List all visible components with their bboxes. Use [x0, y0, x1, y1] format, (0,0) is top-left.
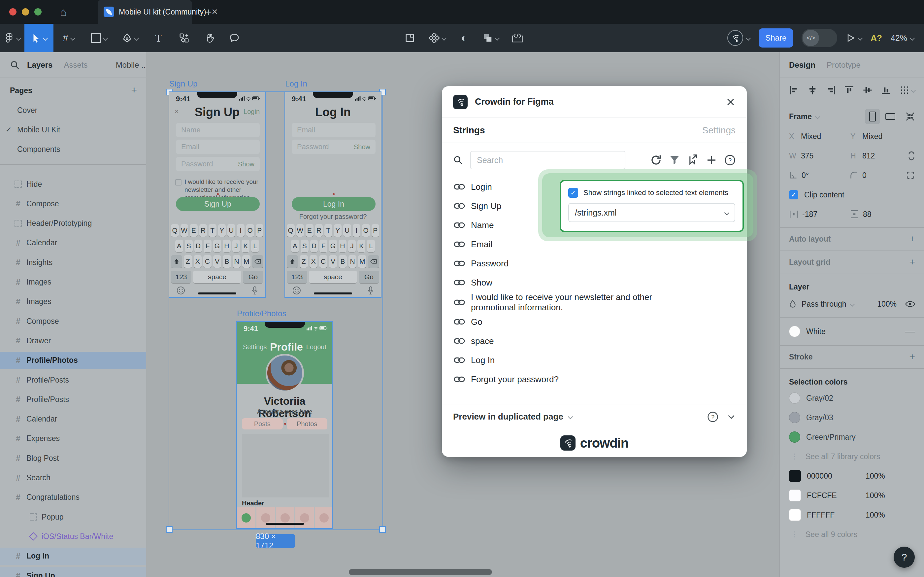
add-stroke-button[interactable]: + [909, 351, 915, 363]
boolean-groups-button[interactable] [478, 24, 504, 52]
align-top-button[interactable] [844, 85, 854, 95]
layer-row-blog-post[interactable]: # Blog Post [0, 450, 146, 467]
visibility-icon[interactable] [905, 300, 915, 308]
opacity-value[interactable]: 100% [877, 300, 897, 309]
dialog-close-button[interactable] [726, 97, 736, 107]
search-icon[interactable] [10, 60, 20, 70]
height-value[interactable]: 812 [862, 152, 875, 160]
resources-tool-button[interactable] [171, 24, 197, 52]
layer-row-ios-status-bar-white[interactable]: iOS/Status Bar/White [0, 528, 146, 545]
window-close-button[interactable] [9, 8, 16, 16]
export-button[interactable] [687, 155, 699, 166]
layer-row-log-in[interactable]: # Log In [0, 548, 146, 565]
constrain-proportions-icon[interactable] [908, 150, 915, 161]
layer-row-header-prototyping[interactable]: Header/Prototyping [0, 215, 146, 232]
blend-mode-value[interactable]: Pass through [802, 300, 847, 309]
hex-color-row[interactable]: FCFCFE 100% [780, 486, 924, 505]
string-row[interactable]: Show [442, 273, 747, 292]
x-value[interactable]: Mixed [801, 132, 850, 141]
string-row[interactable]: Forgot your password? [442, 370, 747, 389]
dev-resources-button[interactable] [508, 24, 527, 52]
tab-prototype[interactable]: Prototype [827, 60, 861, 70]
y-value[interactable]: Mixed [862, 132, 882, 141]
string-row[interactable]: I would like to receive your newsletter … [442, 292, 747, 312]
tab-design[interactable]: Design [789, 60, 815, 70]
remove-fill-button[interactable]: — [905, 326, 915, 337]
tab-settings[interactable]: Settings [702, 125, 736, 136]
tab-assets[interactable]: Assets [64, 60, 87, 70]
login-frame[interactable]: 9:41 Log In Email Password Show Log In F… [285, 92, 382, 298]
preview-label[interactable]: Preview in duplicated page [453, 412, 563, 422]
layer-row-sign-up[interactable]: # Sign Up [0, 567, 146, 577]
add-page-button[interactable]: + [131, 84, 137, 96]
selection-handle-bottom-left[interactable] [166, 526, 172, 533]
layer-row-images[interactable]: # Images [0, 293, 146, 310]
hand-tool-button[interactable] [197, 24, 222, 52]
shape-tool-button[interactable] [84, 24, 114, 52]
color-style-row[interactable]: Gray/03 [780, 408, 924, 427]
show-linked-checkbox[interactable]: ✓ [568, 188, 578, 198]
main-menu-button[interactable] [0, 24, 24, 52]
signup-frame[interactable]: 9:41 × Sign Up Login Name Email Password… [169, 92, 266, 298]
filter-button[interactable] [669, 155, 680, 166]
layer-row-popup[interactable]: Popup [0, 508, 146, 525]
frame-label-profile[interactable]: Profile/Photos [237, 309, 286, 318]
color-style-row[interactable]: Gray/02 [780, 389, 924, 407]
pen-tool-button[interactable] [114, 24, 146, 52]
hex-color-row[interactable]: 000000 100% [780, 467, 924, 485]
search-input[interactable]: Search [470, 151, 625, 169]
align-vertical-center-button[interactable] [863, 85, 872, 95]
align-bottom-button[interactable] [881, 85, 891, 95]
string-row[interactable]: Password [442, 254, 747, 273]
present-button[interactable] [846, 33, 862, 43]
landscape-orientation-button[interactable] [883, 109, 898, 124]
add-layout-grid-button[interactable]: + [909, 256, 915, 268]
zoom-menu[interactable]: 42% [891, 33, 914, 43]
add-auto-layout-button[interactable]: + [909, 234, 915, 245]
frame-label-login[interactable]: Log In [285, 79, 307, 89]
string-row[interactable]: Go [442, 312, 747, 331]
window-zoom-button[interactable] [34, 8, 42, 16]
layer-row-compose[interactable]: # Compose [0, 313, 146, 330]
layer-row-drawer[interactable]: # Drawer [0, 332, 146, 349]
layer-row-calendar[interactable]: # Calendar [0, 411, 146, 428]
layer-row-insights[interactable]: # Insights [0, 254, 146, 271]
see-library-colors-link[interactable]: ⋮ See all 7 library colors [780, 447, 924, 466]
selection-handle-bottom-right[interactable] [379, 526, 386, 533]
layer-row-congratulations[interactable]: # Congratulations [0, 489, 146, 506]
file-tab[interactable]: Mobile UI kit (Community) ✕ [98, 0, 192, 24]
mask-button[interactable]: ◐ [456, 24, 473, 52]
horizontal-gap-value[interactable]: -187 [802, 210, 850, 219]
fill-style-name[interactable]: White [806, 327, 826, 336]
portrait-orientation-button[interactable] [865, 109, 880, 124]
layer-row-compose[interactable]: # Compose [0, 195, 146, 212]
edit-object-button[interactable] [401, 24, 419, 52]
clip-content-checkbox[interactable]: ✓ [789, 190, 798, 199]
refresh-button[interactable] [650, 155, 662, 166]
help-button[interactable]: ? [724, 155, 736, 166]
frame-tool-button[interactable]: # [53, 24, 84, 52]
figma-help-button[interactable]: ? [893, 546, 915, 568]
account-menu[interactable] [727, 30, 750, 46]
profile-frame[interactable]: 9:41 Settings Profile Logout Victoriia R… [236, 321, 333, 529]
color-style-row[interactable]: Green/Primary [780, 428, 924, 446]
corner-radius-value[interactable]: 0 [862, 171, 866, 180]
footer-help-icon[interactable]: ? [707, 411, 718, 422]
align-left-button[interactable] [789, 85, 799, 95]
collapse-icon[interactable] [727, 413, 736, 421]
frame-label-signup[interactable]: Sign Up [169, 79, 197, 89]
share-button[interactable]: Share [759, 28, 793, 48]
comment-tool-button[interactable] [222, 24, 247, 52]
tab-strings[interactable]: Strings [453, 125, 485, 136]
create-component-button[interactable] [425, 24, 449, 52]
tab-layers[interactable]: Layers [27, 60, 53, 70]
string-row[interactable]: Log In [442, 351, 747, 370]
layer-row-images[interactable]: # Images [0, 274, 146, 291]
fill-swatch[interactable] [789, 326, 800, 337]
tidy-up-button[interactable] [900, 85, 915, 95]
see-all-colors-link[interactable]: ⋮ See all 9 colors [780, 525, 924, 544]
layer-row-profile-posts[interactable]: # Profile/Posts [0, 371, 146, 388]
hex-color-row[interactable]: FFFFFF 100% [780, 506, 924, 524]
layer-row-profile-photos[interactable]: # Profile/Photos [0, 352, 146, 369]
align-horizontal-center-button[interactable] [808, 85, 818, 95]
